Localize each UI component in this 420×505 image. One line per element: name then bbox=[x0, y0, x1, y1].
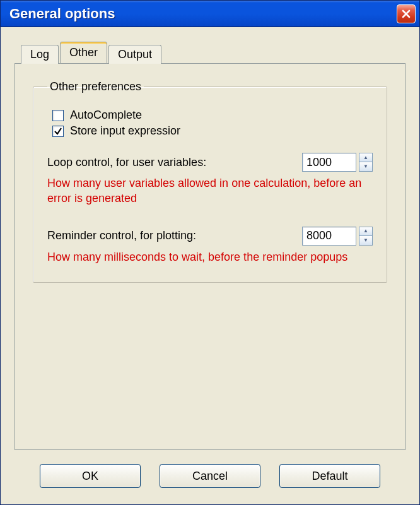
other-preferences-group: Other preferences AutoComplete Store inp… bbox=[33, 80, 387, 283]
loop-spin-down[interactable]: ▼ bbox=[359, 162, 373, 172]
close-button[interactable] bbox=[397, 4, 416, 23]
loop-control-spinner: ▲ ▼ bbox=[302, 153, 373, 172]
tab-other[interactable]: Other bbox=[60, 42, 107, 64]
close-icon bbox=[402, 9, 411, 18]
reminder-control-hint: How many milliseconds to wait, before th… bbox=[47, 249, 373, 264]
tab-output[interactable]: Output bbox=[108, 45, 161, 64]
tab-strip: Log Other Output bbox=[21, 41, 405, 63]
tab-log[interactable]: Log bbox=[21, 45, 59, 64]
client-area: Log Other Output Other preferences AutoC… bbox=[1, 27, 419, 504]
store-expression-label: Store input expressior bbox=[70, 124, 180, 138]
checkmark-icon bbox=[54, 127, 62, 136]
reminder-spin-down[interactable]: ▼ bbox=[359, 236, 373, 246]
dialog-window: General options Log Other Output Other p… bbox=[0, 0, 420, 505]
window-title: General options bbox=[9, 6, 397, 22]
title-bar: General options bbox=[1, 1, 419, 27]
group-legend: Other preferences bbox=[47, 80, 144, 93]
default-button[interactable]: Default bbox=[279, 464, 380, 488]
loop-control-label: Loop control, for user variables: bbox=[47, 156, 302, 169]
autocomplete-label: AutoComplete bbox=[70, 109, 142, 122]
tab-panel-other: Other preferences AutoComplete Store inp… bbox=[15, 63, 405, 450]
reminder-control-label: Reminder control, for plotting: bbox=[47, 229, 302, 242]
cancel-button[interactable]: Cancel bbox=[160, 464, 260, 488]
store-expression-checkbox[interactable] bbox=[52, 126, 64, 137]
loop-spin-up[interactable]: ▲ bbox=[359, 153, 373, 162]
reminder-spin-up[interactable]: ▲ bbox=[359, 227, 373, 236]
autocomplete-checkbox[interactable] bbox=[52, 110, 64, 121]
reminder-control-input[interactable] bbox=[302, 227, 356, 246]
loop-control-hint: How many user variables allowed in one c… bbox=[47, 175, 373, 206]
ok-button[interactable]: OK bbox=[40, 464, 141, 488]
dialog-button-row: OK Cancel Default bbox=[15, 450, 405, 494]
reminder-control-spinner: ▲ ▼ bbox=[302, 227, 373, 246]
loop-control-input[interactable] bbox=[302, 153, 356, 172]
